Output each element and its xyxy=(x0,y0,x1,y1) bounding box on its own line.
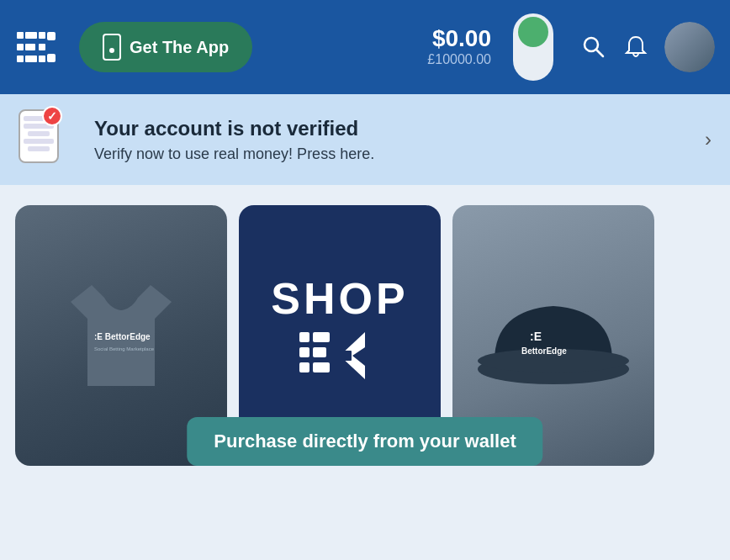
verify-text-container: Your account is not verified Verify now … xyxy=(94,117,690,163)
verify-subtitle: Verify now to use real money! Press here… xyxy=(94,145,690,163)
screen-line-4 xyxy=(24,139,54,144)
bell-icon xyxy=(622,34,649,61)
svg-rect-21 xyxy=(340,351,352,361)
search-button[interactable] xyxy=(580,34,607,61)
svg-rect-20 xyxy=(313,362,330,372)
svg-rect-5 xyxy=(25,55,37,62)
notifications-button[interactable] xyxy=(622,34,649,61)
svg-rect-9 xyxy=(47,32,56,40)
balance-container: $0.00 £10000.00 xyxy=(427,27,491,67)
be-logo-large xyxy=(298,330,382,398)
bettoredge-logo-icon xyxy=(15,25,59,69)
svg-text:Social Betting Marketplace: Social Betting Marketplace xyxy=(94,346,155,351)
purchase-banner-label: Purchase directly from your wallet xyxy=(214,431,516,452)
svg-rect-4 xyxy=(25,44,35,50)
verify-title: Your account is not verified xyxy=(94,117,690,140)
toggle-knob xyxy=(518,17,548,47)
svg-text:BettorEdge: BettorEdge xyxy=(521,346,567,356)
shop-cards-wrapper: :E BettorEdge Social Betting Marketplace… xyxy=(15,205,715,466)
purchase-banner[interactable]: Purchase directly from your wallet xyxy=(187,417,542,466)
verify-check-badge: ✓ xyxy=(42,106,62,126)
currency-toggle[interactable] xyxy=(513,13,553,81)
screen-line-5 xyxy=(28,146,49,151)
verify-illustration: ✓ xyxy=(19,109,79,170)
logo-container xyxy=(15,25,59,69)
svg-rect-8 xyxy=(39,44,45,50)
verify-banner[interactable]: ✓ Your account is not verified Verify no… xyxy=(0,94,730,185)
svg-rect-6 xyxy=(39,32,45,39)
toggle-switch-track[interactable] xyxy=(513,13,553,81)
screen-line-3 xyxy=(28,131,49,136)
svg-rect-16 xyxy=(299,347,309,357)
svg-rect-2 xyxy=(17,55,24,62)
hat-graphic: :E BettorEdge xyxy=(461,243,646,428)
svg-rect-15 xyxy=(299,332,309,342)
svg-rect-10 xyxy=(47,54,56,62)
svg-rect-7 xyxy=(39,55,45,62)
user-avatar[interactable] xyxy=(664,22,715,72)
phone-illustration: ✓ xyxy=(19,109,59,163)
svg-rect-17 xyxy=(299,362,309,372)
verify-chevron-icon: › xyxy=(705,128,711,151)
get-app-button[interactable]: Get The App xyxy=(79,22,252,72)
svg-rect-0 xyxy=(17,32,24,39)
svg-rect-19 xyxy=(313,347,326,357)
svg-text::E BettorEdge: :E BettorEdge xyxy=(94,332,151,341)
main-header: Get The App $0.00 £10000.00 xyxy=(0,0,730,94)
phone-icon xyxy=(103,34,121,61)
get-app-label: Get The App xyxy=(130,38,229,57)
header-icons xyxy=(580,22,715,72)
main-content: :E BettorEdge Social Betting Marketplace… xyxy=(0,185,730,560)
svg-text::E: :E xyxy=(530,330,542,343)
svg-rect-1 xyxy=(17,44,24,50)
shop-label: SHOP xyxy=(271,273,408,324)
avatar-circle xyxy=(664,22,715,72)
balance-secondary: £10000.00 xyxy=(427,52,491,67)
balance-primary: $0.00 xyxy=(432,27,491,50)
tshirt-graphic: :E BettorEdge Social Betting Marketplace xyxy=(45,260,197,411)
svg-rect-3 xyxy=(25,32,37,39)
svg-rect-18 xyxy=(313,332,330,342)
search-icon xyxy=(580,34,607,61)
svg-line-12 xyxy=(596,50,603,56)
shirt-inner: :E BettorEdge Social Betting Marketplace xyxy=(45,260,197,411)
